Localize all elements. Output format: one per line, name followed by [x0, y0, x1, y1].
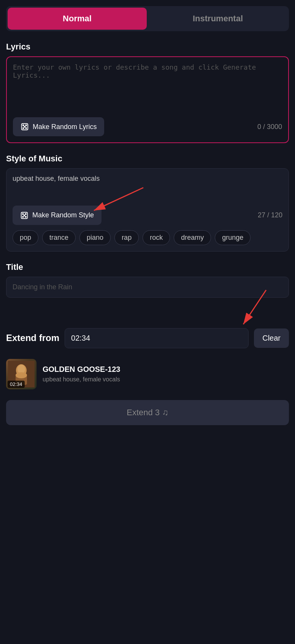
title-label: Title	[6, 262, 289, 272]
extend-row: Extend from Clear	[6, 328, 289, 348]
style-tag[interactable]: piano	[79, 230, 111, 245]
style-value: upbeat house, female vocals	[13, 175, 282, 183]
svg-point-9	[22, 213, 24, 214]
lyrics-char-count: 0 / 3000	[257, 123, 282, 131]
style-label: Style of Music	[6, 154, 289, 164]
lyrics-section: Lyrics Make Random Lyrics 0 / 3000	[6, 42, 289, 143]
style-tag[interactable]: grunge	[215, 230, 251, 245]
extend-action-button[interactable]: Extend 3 ♫	[6, 400, 289, 425]
svg-point-13	[25, 216, 26, 217]
song-title: GOLDEN GOOSE-123	[43, 365, 289, 374]
style-tag[interactable]: pop	[13, 230, 38, 245]
lyrics-input[interactable]	[13, 63, 282, 113]
style-box: upbeat house, female vocals Make Random …	[6, 168, 289, 251]
make-random-style-label: Make Random Style	[32, 211, 94, 219]
svg-point-5	[25, 128, 27, 129]
song-duration-badge: 02:34	[8, 381, 25, 388]
song-thumbnail: 02:34	[6, 359, 36, 389]
svg-point-2	[25, 125, 27, 126]
song-info: GOLDEN GOOSE-123 upbeat house, female vo…	[43, 365, 289, 383]
dice-icon	[21, 123, 29, 131]
extend-from-input[interactable]	[65, 328, 249, 348]
make-random-style-button[interactable]: Make Random Style	[13, 206, 102, 225]
clear-button[interactable]: Clear	[254, 328, 289, 348]
svg-point-4	[23, 128, 24, 129]
song-genre: upbeat house, female vocals	[43, 376, 289, 383]
style-section: Style of Music upbeat house, female voca…	[6, 154, 289, 251]
style-tag[interactable]: dreamy	[174, 230, 211, 245]
style-tag[interactable]: rock	[143, 230, 170, 245]
normal-mode-button[interactable]: Normal	[8, 8, 147, 30]
extend-section: Extend from Clear	[6, 328, 289, 348]
mode-toggle: Normal Instrumental	[6, 6, 289, 31]
style-char-count: 27 / 120	[258, 211, 282, 219]
svg-point-20	[16, 372, 27, 378]
lyrics-label: Lyrics	[6, 42, 289, 52]
svg-point-12	[22, 216, 24, 217]
style-tag[interactable]: rap	[114, 230, 139, 245]
dice-icon-style	[20, 211, 29, 219]
style-footer: Make Random Style 27 / 120	[13, 206, 282, 225]
title-section: Title	[6, 262, 289, 298]
style-tags: poptrancepianoraprockdreamygrunge	[13, 230, 282, 245]
style-tag[interactable]: trance	[42, 230, 76, 245]
svg-point-1	[23, 125, 24, 126]
instrumental-mode-button[interactable]: Instrumental	[148, 8, 287, 30]
svg-point-10	[25, 213, 26, 214]
svg-point-3	[24, 126, 25, 128]
make-random-lyrics-button[interactable]: Make Random Lyrics	[13, 117, 104, 136]
lyrics-box: Make Random Lyrics 0 / 3000	[6, 56, 289, 143]
extend-action-label: Extend 3 ♫	[127, 408, 168, 418]
lyrics-footer: Make Random Lyrics 0 / 3000	[13, 117, 282, 136]
make-random-lyrics-label: Make Random Lyrics	[33, 123, 97, 131]
title-input[interactable]	[6, 277, 289, 298]
svg-point-11	[24, 215, 25, 216]
song-card[interactable]: 02:34 GOLDEN GOOSE-123 upbeat house, fem…	[6, 356, 289, 392]
extend-label: Extend from	[6, 333, 59, 343]
